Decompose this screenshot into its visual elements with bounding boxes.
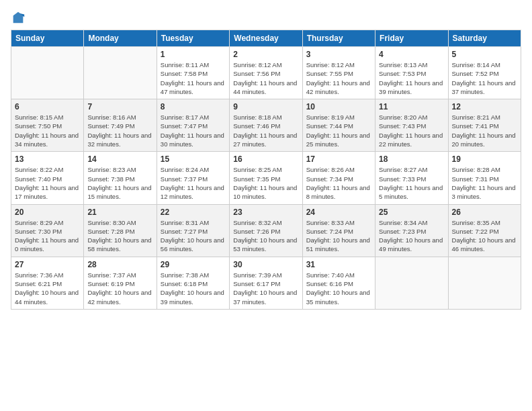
calendar-body: 1Sunrise: 8:11 AM Sunset: 7:58 PM Daylig… bbox=[11, 47, 521, 310]
calendar-day-cell: 18Sunrise: 8:27 AM Sunset: 7:33 PM Dayli… bbox=[375, 152, 448, 204]
day-info: Sunrise: 8:19 AM Sunset: 7:44 PM Dayligh… bbox=[306, 113, 371, 148]
calendar-day-cell: 16Sunrise: 8:25 AM Sunset: 7:35 PM Dayli… bbox=[230, 152, 302, 204]
calendar-day-cell: 15Sunrise: 8:24 AM Sunset: 7:37 PM Dayli… bbox=[157, 152, 229, 204]
day-number: 28 bbox=[87, 260, 152, 269]
calendar-day-cell: 4Sunrise: 8:13 AM Sunset: 7:53 PM Daylig… bbox=[375, 47, 448, 99]
weekday-header-sunday: Sunday bbox=[11, 30, 84, 47]
calendar-day-cell: 11Sunrise: 8:20 AM Sunset: 7:43 PM Dayli… bbox=[375, 99, 448, 152]
calendar-day-cell: 22Sunrise: 8:31 AM Sunset: 7:27 PM Dayli… bbox=[157, 204, 229, 257]
day-number: 4 bbox=[379, 50, 444, 59]
day-number: 30 bbox=[233, 260, 298, 269]
day-number: 11 bbox=[379, 102, 444, 111]
day-info: Sunrise: 8:29 AM Sunset: 7:30 PM Dayligh… bbox=[15, 218, 80, 254]
calendar-day-cell: 7Sunrise: 8:16 AM Sunset: 7:49 PM Daylig… bbox=[84, 99, 157, 152]
day-number: 19 bbox=[452, 154, 517, 164]
day-info: Sunrise: 8:14 AM Sunset: 7:52 PM Dayligh… bbox=[452, 60, 517, 96]
day-info: Sunrise: 8:16 AM Sunset: 7:49 PM Dayligh… bbox=[87, 113, 152, 148]
calendar-day-cell: 21Sunrise: 8:30 AM Sunset: 7:28 PM Dayli… bbox=[84, 204, 157, 257]
calendar-day-cell: 14Sunrise: 8:23 AM Sunset: 7:38 PM Dayli… bbox=[84, 152, 157, 204]
day-number: 8 bbox=[161, 102, 226, 111]
day-number: 24 bbox=[306, 208, 371, 217]
page-header bbox=[11, 11, 521, 26]
calendar-week-row: 20Sunrise: 8:29 AM Sunset: 7:30 PM Dayli… bbox=[11, 204, 521, 257]
day-number: 12 bbox=[452, 102, 517, 111]
day-number: 21 bbox=[87, 208, 152, 217]
day-number: 6 bbox=[15, 102, 80, 111]
day-info: Sunrise: 7:40 AM Sunset: 6:16 PM Dayligh… bbox=[306, 271, 371, 306]
day-number: 13 bbox=[15, 154, 80, 164]
day-info: Sunrise: 8:35 AM Sunset: 7:22 PM Dayligh… bbox=[452, 218, 517, 254]
day-info: Sunrise: 8:26 AM Sunset: 7:34 PM Dayligh… bbox=[306, 165, 371, 201]
calendar-day-cell: 5Sunrise: 8:14 AM Sunset: 7:52 PM Daylig… bbox=[448, 47, 521, 99]
day-info: Sunrise: 8:28 AM Sunset: 7:31 PM Dayligh… bbox=[452, 165, 517, 201]
day-info: Sunrise: 8:31 AM Sunset: 7:27 PM Dayligh… bbox=[161, 218, 226, 254]
logo bbox=[11, 11, 27, 26]
calendar-day-cell: 30Sunrise: 7:39 AM Sunset: 6:17 PM Dayli… bbox=[230, 257, 302, 309]
day-number: 5 bbox=[452, 50, 517, 59]
day-info: Sunrise: 8:30 AM Sunset: 7:28 PM Dayligh… bbox=[87, 218, 152, 254]
svg-marker-0 bbox=[13, 12, 24, 24]
calendar-day-cell bbox=[11, 47, 84, 99]
calendar-day-cell: 2Sunrise: 8:12 AM Sunset: 7:56 PM Daylig… bbox=[230, 47, 302, 99]
day-info: Sunrise: 7:39 AM Sunset: 6:17 PM Dayligh… bbox=[233, 271, 298, 306]
calendar-day-cell: 8Sunrise: 8:17 AM Sunset: 7:47 PM Daylig… bbox=[157, 99, 229, 152]
day-info: Sunrise: 8:11 AM Sunset: 7:58 PM Dayligh… bbox=[161, 60, 226, 96]
day-info: Sunrise: 8:33 AM Sunset: 7:24 PM Dayligh… bbox=[306, 218, 371, 254]
calendar-day-cell: 27Sunrise: 7:36 AM Sunset: 6:21 PM Dayli… bbox=[11, 257, 84, 309]
calendar-week-row: 1Sunrise: 8:11 AM Sunset: 7:58 PM Daylig… bbox=[11, 47, 521, 99]
calendar-day-cell: 29Sunrise: 7:38 AM Sunset: 6:18 PM Dayli… bbox=[157, 257, 229, 309]
calendar-day-cell: 1Sunrise: 8:11 AM Sunset: 7:58 PM Daylig… bbox=[157, 47, 229, 99]
calendar-day-cell: 17Sunrise: 8:26 AM Sunset: 7:34 PM Dayli… bbox=[302, 152, 375, 204]
calendar-day-cell: 12Sunrise: 8:21 AM Sunset: 7:41 PM Dayli… bbox=[448, 99, 521, 152]
calendar-day-cell bbox=[375, 257, 448, 309]
day-number: 20 bbox=[15, 208, 80, 217]
day-info: Sunrise: 8:13 AM Sunset: 7:53 PM Dayligh… bbox=[379, 60, 444, 96]
day-info: Sunrise: 8:21 AM Sunset: 7:41 PM Dayligh… bbox=[452, 113, 517, 148]
day-number: 16 bbox=[233, 154, 298, 164]
weekday-header-saturday: Saturday bbox=[448, 30, 521, 47]
calendar-day-cell: 23Sunrise: 8:32 AM Sunset: 7:26 PM Dayli… bbox=[230, 204, 302, 257]
day-number: 9 bbox=[233, 102, 298, 111]
weekday-header-thursday: Thursday bbox=[302, 30, 375, 47]
weekday-header-row: SundayMondayTuesdayWednesdayThursdayFrid… bbox=[11, 30, 521, 47]
day-number: 14 bbox=[87, 154, 152, 164]
logo-icon bbox=[11, 11, 26, 26]
day-info: Sunrise: 8:34 AM Sunset: 7:23 PM Dayligh… bbox=[379, 218, 444, 254]
calendar-day-cell: 9Sunrise: 8:18 AM Sunset: 7:46 PM Daylig… bbox=[230, 99, 302, 152]
day-number: 22 bbox=[161, 208, 226, 217]
day-number: 18 bbox=[379, 154, 444, 164]
day-info: Sunrise: 8:18 AM Sunset: 7:46 PM Dayligh… bbox=[233, 113, 298, 148]
weekday-header-monday: Monday bbox=[84, 30, 157, 47]
weekday-header-friday: Friday bbox=[375, 30, 448, 47]
calendar-day-cell: 31Sunrise: 7:40 AM Sunset: 6:16 PM Dayli… bbox=[302, 257, 375, 309]
calendar-day-cell bbox=[448, 257, 521, 309]
day-info: Sunrise: 8:12 AM Sunset: 7:56 PM Dayligh… bbox=[233, 60, 298, 96]
calendar-day-cell: 10Sunrise: 8:19 AM Sunset: 7:44 PM Dayli… bbox=[302, 99, 375, 152]
calendar-week-row: 13Sunrise: 8:22 AM Sunset: 7:40 PM Dayli… bbox=[11, 152, 521, 204]
day-number: 2 bbox=[233, 50, 298, 59]
day-info: Sunrise: 8:15 AM Sunset: 7:50 PM Dayligh… bbox=[15, 113, 80, 148]
calendar-day-cell: 24Sunrise: 8:33 AM Sunset: 7:24 PM Dayli… bbox=[302, 204, 375, 257]
day-number: 27 bbox=[15, 260, 80, 269]
day-info: Sunrise: 8:22 AM Sunset: 7:40 PM Dayligh… bbox=[15, 165, 80, 201]
calendar-day-cell: 28Sunrise: 7:37 AM Sunset: 6:19 PM Dayli… bbox=[84, 257, 157, 309]
day-number: 15 bbox=[161, 154, 226, 164]
calendar-day-cell: 6Sunrise: 8:15 AM Sunset: 7:50 PM Daylig… bbox=[11, 99, 84, 152]
day-info: Sunrise: 8:32 AM Sunset: 7:26 PM Dayligh… bbox=[233, 218, 298, 254]
calendar-table: SundayMondayTuesdayWednesdayThursdayFrid… bbox=[11, 30, 521, 310]
day-number: 26 bbox=[452, 208, 517, 217]
day-info: Sunrise: 8:23 AM Sunset: 7:38 PM Dayligh… bbox=[87, 165, 152, 201]
day-info: Sunrise: 8:20 AM Sunset: 7:43 PM Dayligh… bbox=[379, 113, 444, 148]
calendar-day-cell: 13Sunrise: 8:22 AM Sunset: 7:40 PM Dayli… bbox=[11, 152, 84, 204]
calendar-day-cell: 3Sunrise: 8:12 AM Sunset: 7:55 PM Daylig… bbox=[302, 47, 375, 99]
day-number: 10 bbox=[306, 102, 371, 111]
calendar-week-row: 27Sunrise: 7:36 AM Sunset: 6:21 PM Dayli… bbox=[11, 257, 521, 309]
day-number: 23 bbox=[233, 208, 298, 217]
calendar-day-cell: 20Sunrise: 8:29 AM Sunset: 7:30 PM Dayli… bbox=[11, 204, 84, 257]
calendar-day-cell: 26Sunrise: 8:35 AM Sunset: 7:22 PM Dayli… bbox=[448, 204, 521, 257]
weekday-header-wednesday: Wednesday bbox=[230, 30, 302, 47]
calendar-day-cell bbox=[84, 47, 157, 99]
day-number: 17 bbox=[306, 154, 371, 164]
day-info: Sunrise: 8:12 AM Sunset: 7:55 PM Dayligh… bbox=[306, 60, 371, 96]
calendar-day-cell: 25Sunrise: 8:34 AM Sunset: 7:23 PM Dayli… bbox=[375, 204, 448, 257]
